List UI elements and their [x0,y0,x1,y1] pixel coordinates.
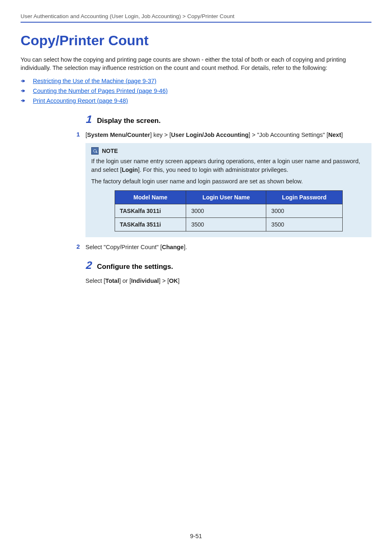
link-print-report[interactable]: Print Accounting Report (page 9-48) [33,97,128,104]
substep-1-1: 1 [System Menu/Counter] key > [User Logi… [76,131,371,139]
breadcrumb: User Authentication and Accounting (User… [21,13,371,23]
cell-user: 3500 [186,218,266,231]
page-number: 9-51 [0,533,392,539]
substep-text: Select "Copy/Printer Count" [Change]. [85,243,187,251]
substep-text: [System Menu/Counter] key > [User Login/… [85,131,343,139]
login-defaults-table: Model Name Login User Name Login Passwor… [115,190,343,231]
step-1: 1 Display the screen. 1 [System Menu/Cou… [78,113,371,251]
substep-1-2: 2 Select "Copy/Printer Count" [Change]. [76,243,371,251]
step-body-text: Select [Total] or [Individual] > [OK] [85,277,371,285]
table-row: TASKalfa 3011i 3000 3000 [115,204,342,218]
substep-number: 2 [76,243,85,251]
table-header-model: Model Name [115,191,186,204]
arrow-right-icon [21,79,25,83]
list-item: Print Accounting Report (page 9-48) [21,97,371,104]
step-header: 2 Configure the settings. [78,259,371,272]
step-number: 1 [78,113,93,126]
list-item: Counting the Number of Pages Printed (pa… [21,88,371,94]
cell-model: TASKalfa 3511i [115,218,186,231]
step-title: Display the screen. [97,117,161,125]
intro-text: You can select how the copying and print… [21,56,371,72]
arrow-right-icon [21,98,25,103]
step-header: 1 Display the screen. [78,113,371,126]
note-paragraph: If the login user name entry screen appe… [91,157,366,174]
note-paragraph: The factory default login user name and … [91,177,366,185]
step-title: Configure the settings. [97,263,173,271]
note-box: NOTE If the login user name entry screen… [85,143,371,237]
note-label: NOTE [102,148,118,154]
cell-password: 3500 [266,218,342,231]
table-row: TASKalfa 3511i 3500 3500 [115,218,342,231]
page-title: Copy/Printer Count [21,32,371,49]
substep-number: 1 [76,131,85,139]
cell-model: TASKalfa 3011i [115,204,186,218]
link-restricting[interactable]: Restricting the Use of the Machine (page… [33,78,157,84]
step-number: 2 [78,259,93,272]
magnifier-icon [91,147,99,155]
step-2: 2 Configure the settings. Select [Total]… [78,259,371,285]
table-header-user: Login User Name [186,191,266,204]
list-item: Restricting the Use of the Machine (page… [21,78,371,84]
reference-links: Restricting the Use of the Machine (page… [21,78,371,104]
link-counting[interactable]: Counting the Number of Pages Printed (pa… [33,88,168,94]
cell-password: 3000 [266,204,342,218]
cell-user: 3000 [186,204,266,218]
table-header-password: Login Password [266,191,342,204]
arrow-right-icon [21,88,25,93]
